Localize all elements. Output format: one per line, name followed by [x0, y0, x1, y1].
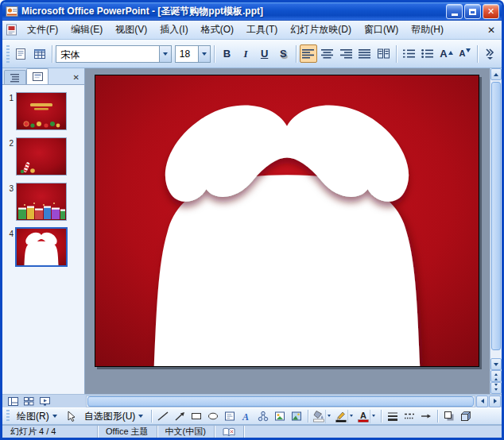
bold-button[interactable]: B [218, 44, 236, 63]
font-name-dropdown[interactable] [159, 46, 171, 62]
close-icon: ✕ [487, 6, 494, 17]
close-document-icon[interactable]: ✕ [484, 25, 498, 36]
horizontal-scroll-thumb[interactable] [87, 396, 474, 407]
shadow-style-button[interactable] [441, 409, 457, 424]
fill-color-button[interactable] [312, 409, 333, 424]
increase-font-size-button[interactable]: A [437, 44, 456, 63]
menu-item-format[interactable]: 格式(O) [196, 21, 239, 39]
scroll-right-button[interactable] [489, 396, 501, 407]
align-center-button[interactable] [318, 44, 336, 63]
tab-slides[interactable] [26, 68, 48, 84]
select-objects-button[interactable] [63, 409, 79, 424]
wordart-button[interactable]: A [238, 409, 254, 424]
slide-sorter-view-button[interactable] [21, 396, 36, 407]
arrow-up-icon [494, 73, 498, 76]
new-document-button[interactable] [12, 44, 30, 63]
diagram-button[interactable] [255, 409, 271, 424]
line-color-icon [335, 410, 347, 423]
menu-item-insert[interactable]: 插入(I) [154, 21, 193, 39]
columns-button[interactable] [374, 44, 393, 63]
font-size-dropdown[interactable] [198, 46, 210, 62]
chevron-down-icon [138, 415, 143, 418]
previous-slide-button[interactable] [490, 370, 502, 382]
autoshapes-menu-label: 自选图形(U) [84, 410, 136, 423]
toolbar-grip[interactable] [6, 410, 10, 423]
threed-style-button[interactable] [458, 409, 474, 424]
menu-item-help[interactable]: 帮助(H) [405, 21, 449, 39]
panel-close-icon[interactable]: ✕ [73, 73, 83, 84]
tab-outline[interactable] [4, 70, 26, 84]
thumbnail-image[interactable] [16, 137, 67, 176]
increase-font-size-icon: A [440, 48, 452, 59]
font-size-select[interactable]: 18 [175, 45, 211, 63]
toolbar-options-button[interactable] [481, 44, 499, 63]
scroll-down-button[interactable] [490, 358, 502, 370]
horizontal-scroll-track[interactable] [86, 396, 475, 407]
menu-item-window[interactable]: 窗口(W) [359, 21, 404, 39]
align-right-button[interactable] [337, 44, 355, 63]
font-name-value: 宋体 [56, 46, 159, 62]
santa-beard-slide-art [95, 75, 479, 366]
draw-menu-button[interactable]: 绘图(R) [12, 409, 62, 424]
thumbnail-image[interactable] [16, 92, 67, 130]
window-controls: ✕ [446, 4, 499, 19]
scroll-left-button[interactable] [476, 396, 488, 407]
next-slide-button[interactable] [490, 382, 502, 394]
menu-item-edit[interactable]: 编辑(E) [65, 21, 108, 39]
slide-thumbnail-4[interactable]: 4 [2, 228, 84, 266]
textbox-icon [224, 411, 235, 422]
textbox-button[interactable] [222, 409, 238, 424]
maximize-button[interactable] [464, 4, 481, 19]
insert-table-button[interactable] [31, 44, 49, 63]
distribute-text-button[interactable] [355, 44, 374, 63]
toolbar-grip[interactable] [6, 45, 10, 63]
autoshapes-menu-button[interactable]: 自选图形(U) [79, 409, 149, 424]
font-color-button[interactable]: A [356, 409, 378, 424]
normal-view-icon [8, 397, 18, 406]
numbering-button[interactable] [400, 44, 418, 63]
normal-view-button[interactable] [6, 396, 20, 407]
text-shadow-button[interactable]: S [274, 44, 293, 63]
clipart-button[interactable] [272, 409, 288, 424]
minimize-button[interactable] [446, 4, 463, 19]
arrow-style-button[interactable] [418, 409, 434, 424]
line-color-button[interactable] [334, 409, 355, 424]
slide-number: 3 [2, 183, 16, 193]
close-button[interactable]: ✕ [483, 4, 499, 19]
line-color-dropdown[interactable] [347, 410, 355, 423]
thumbnail-image[interactable] [16, 183, 67, 221]
titlebar[interactable]: Microsoft Office PowerPoint - [圣诞节购物ppt模… [2, 2, 502, 21]
slide-thumbnail-2[interactable]: 2 [2, 137, 84, 176]
oval-button[interactable] [205, 409, 221, 424]
italic-button[interactable]: I [237, 44, 255, 63]
align-center-icon [321, 48, 333, 59]
scroll-up-button[interactable] [490, 68, 502, 80]
underline-button[interactable]: U [255, 44, 273, 63]
menu-item-slideshow[interactable]: 幻灯片放映(D) [285, 21, 357, 39]
rectangle-button[interactable] [188, 409, 204, 424]
arrow-button[interactable] [172, 409, 188, 424]
font-color-dropdown[interactable] [370, 410, 377, 423]
toolbar-separator [381, 410, 382, 423]
insert-picture-button[interactable] [289, 409, 304, 424]
columns-icon [378, 48, 390, 59]
slide-editor[interactable] [95, 75, 479, 367]
menu-item-view[interactable]: 视图(V) [110, 21, 153, 39]
align-left-button[interactable] [300, 44, 318, 63]
menu-item-tools[interactable]: 工具(T) [241, 21, 283, 39]
slideshow-view-button[interactable] [37, 396, 52, 407]
decrease-font-size-button[interactable]: A [456, 44, 475, 63]
vertical-scroll-track[interactable] [490, 80, 502, 358]
line-button[interactable] [155, 409, 171, 424]
dash-style-button[interactable] [401, 409, 417, 424]
slide-thumbnail-3[interactable]: 3 [2, 183, 84, 221]
menu-item-file[interactable]: 文件(F) [21, 21, 64, 39]
font-name-select[interactable]: 宋体 [56, 45, 172, 63]
bullets-button[interactable] [418, 44, 436, 63]
vertical-scroll-thumb[interactable] [491, 82, 501, 350]
line-style-button[interactable] [385, 409, 401, 424]
fill-color-dropdown[interactable] [325, 410, 332, 423]
thumbnail-image[interactable] [15, 227, 68, 267]
slide-thumbnail-1[interactable]: 1 [2, 92, 84, 130]
slide-number: 4 [2, 228, 16, 238]
